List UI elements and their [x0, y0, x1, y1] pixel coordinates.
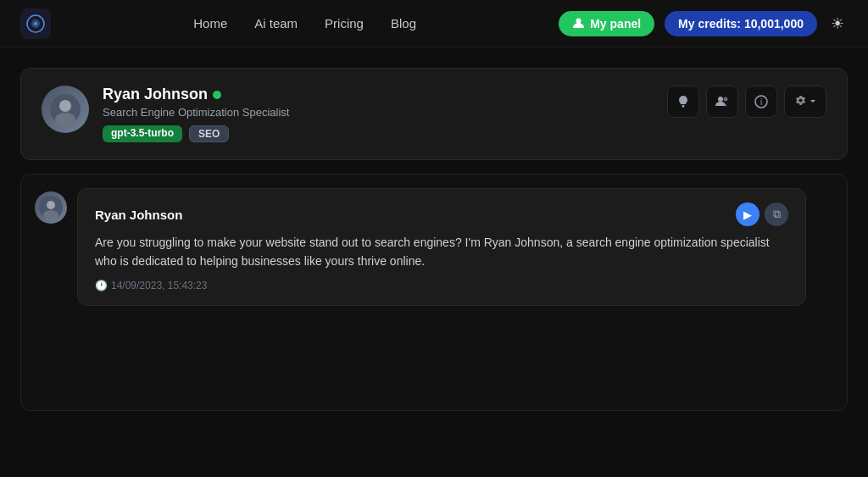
nav-home[interactable]: Home — [193, 16, 227, 31]
navbar: Home Ai team Pricing Blog My panel My cr… — [0, 0, 868, 47]
copy-icon: ⧉ — [773, 208, 781, 221]
svg-point-2 — [34, 22, 37, 25]
info-icon: i — [754, 95, 768, 108]
agent-header: Ryan Johnson Search Engine Optimization … — [42, 86, 826, 142]
chat-message-actions: ▶ ⧉ — [736, 202, 788, 226]
logo[interactable] — [20, 8, 51, 39]
agent-tags: gpt-3.5-turbo SEO — [103, 125, 289, 142]
nav-actions: My panel My credits: 10,001,000 ☀ — [559, 11, 848, 36]
model-tag: gpt-3.5-turbo — [103, 125, 182, 142]
users-icon — [715, 95, 729, 108]
avatar — [42, 86, 89, 133]
svg-point-8 — [724, 97, 728, 102]
chat-row: Ryan Johnson ▶ ⧉ Are you struggling to m… — [35, 188, 833, 306]
clock-icon: 🕐 — [95, 280, 108, 291]
settings-button[interactable] — [784, 86, 826, 118]
online-indicator — [213, 91, 221, 99]
nav-blog[interactable]: Blog — [391, 16, 416, 31]
agent-card: Ryan Johnson Search Engine Optimization … — [20, 68, 848, 160]
copy-button[interactable]: ⧉ — [765, 202, 788, 226]
chat-message: Ryan Johnson ▶ ⧉ Are you struggling to m… — [77, 188, 806, 306]
svg-point-11 — [799, 99, 803, 103]
chevron-down-icon — [809, 97, 817, 106]
logo-icon — [20, 8, 51, 39]
users-button[interactable] — [706, 86, 738, 118]
chat-text: Are you struggling to make your website … — [95, 233, 788, 271]
my-panel-button[interactable]: My panel — [559, 11, 654, 36]
nav-ai-team[interactable]: Ai team — [254, 16, 298, 31]
chat-sender: Ryan Johnson — [95, 208, 182, 222]
nav-links: Home Ai team Pricing Blog — [193, 16, 416, 31]
credits-button[interactable]: My credits: 10,001,000 — [665, 11, 817, 36]
info-button[interactable]: i — [745, 86, 777, 118]
gear-icon — [793, 95, 807, 108]
chat-avatar — [35, 191, 67, 224]
play-button[interactable]: ▶ — [736, 202, 760, 226]
svg-text:i: i — [760, 97, 762, 107]
agent-title: Search Engine Optimization Specialist — [103, 106, 289, 119]
agent-info: Ryan Johnson Search Engine Optimization … — [42, 86, 289, 142]
play-icon: ▶ — [743, 208, 752, 221]
svg-point-13 — [47, 201, 55, 209]
main-content: Ryan Johnson Search Engine Optimization … — [0, 47, 868, 477]
svg-point-5 — [59, 100, 71, 112]
lightbulb-icon — [676, 95, 690, 108]
agent-name: Ryan Johnson — [103, 86, 289, 103]
agent-actions: i — [667, 86, 826, 118]
chat-area: Ryan Johnson ▶ ⧉ Are you struggling to m… — [20, 174, 848, 411]
svg-point-3 — [576, 19, 581, 24]
chat-timestamp: 🕐 14/09/2023, 15:43:23 — [95, 280, 788, 291]
nav-pricing[interactable]: Pricing — [325, 16, 364, 31]
chat-message-header: Ryan Johnson ▶ ⧉ — [95, 202, 788, 226]
person-icon — [572, 17, 585, 30]
lightbulb-button[interactable] — [667, 86, 699, 118]
svg-point-7 — [718, 97, 723, 102]
theme-toggle-button[interactable]: ☀ — [827, 11, 848, 36]
agent-details: Ryan Johnson Search Engine Optimization … — [103, 86, 289, 142]
category-tag: SEO — [189, 125, 229, 142]
